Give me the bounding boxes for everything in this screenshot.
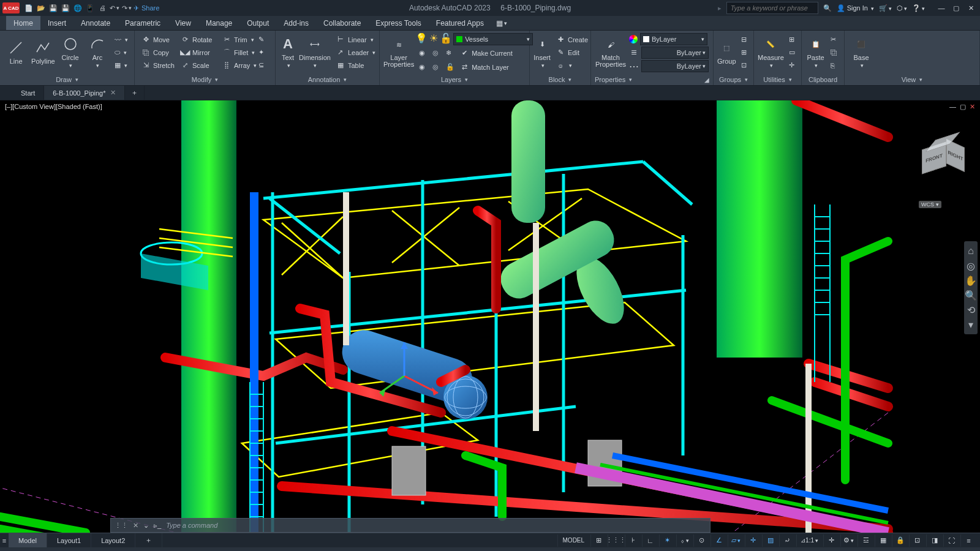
insert-button[interactable]: ⬇Insert▾ (533, 32, 551, 72)
trim-button[interactable]: ✂Trim▾ (219, 33, 256, 46)
close-icon[interactable]: ✕ (964, 2, 978, 14)
text-button[interactable]: AText▾ (279, 32, 296, 72)
infer-icon[interactable]: ⊦ (625, 534, 641, 547)
clean-screen-icon[interactable]: ⛶ (943, 534, 959, 547)
status-model[interactable]: MODEL (557, 534, 590, 547)
new-icon[interactable]: 📄 (23, 2, 34, 13)
make-current-button[interactable]: ✔Make Current (457, 47, 515, 59)
showmotion-icon[interactable]: ▾ (964, 317, 978, 332)
circle-button[interactable]: Circle▾ (58, 32, 83, 72)
anno-monitor-icon[interactable]: ⚙▾ (840, 534, 856, 547)
arc-button[interactable]: Arc▾ (85, 32, 110, 72)
select-icon[interactable]: ▭ (786, 46, 799, 59)
app-logo[interactable]: A CAD (2, 2, 20, 13)
polyline-button[interactable]: Polyline (31, 32, 55, 72)
transparency-icon[interactable]: ▨ (762, 534, 778, 547)
tab-collaborate[interactable]: Collaborate (316, 16, 368, 30)
new-layout-button[interactable]: ＋ (135, 533, 162, 547)
paste-button[interactable]: 📋Paste▾ (805, 32, 826, 72)
layout-tab-model[interactable]: Model (9, 533, 47, 547)
layer-off-icon[interactable]: ◉ (417, 47, 430, 59)
dimension-button[interactable]: ⟷Dimension▾ (299, 32, 331, 72)
layer-freeze-icon[interactable]: ☀ (429, 33, 439, 43)
fillet-button[interactable]: ⌒Fillet▾ (219, 46, 256, 59)
tab-express[interactable]: Express Tools (368, 16, 428, 30)
color-selector[interactable]: ByLayer▾ (640, 33, 707, 45)
redo-icon[interactable]: ↷▾ (121, 2, 132, 13)
vp-close-icon[interactable]: ✕ (970, 103, 975, 111)
view-cube[interactable]: FRONT RIGHT WCS ▾ (919, 137, 962, 180)
edit-block-button[interactable]: ✎Edit (553, 46, 590, 59)
lineweight-icon[interactable]: ≡ (629, 48, 639, 58)
panel-title-block[interactable]: Block▾ (533, 74, 587, 85)
anno-scale[interactable]: ⊿ 1:1 ▾ (796, 534, 822, 547)
otrack-icon[interactable]: ▱▾ (728, 534, 744, 547)
autodesk-icon[interactable]: ⬡▾ (897, 4, 907, 12)
layer-thaw-icon[interactable]: ◎ (430, 61, 443, 73)
isolate-icon[interactable]: ⊡ (909, 534, 925, 547)
panel-title-view[interactable]: View▾ (848, 74, 976, 85)
save-icon[interactable]: 💾 (48, 2, 59, 13)
close-tab-icon[interactable]: ✕ (110, 89, 116, 97)
layer-iso-icon[interactable]: ◎ (430, 47, 443, 59)
lock-ui-icon[interactable]: 🔒 (892, 534, 908, 547)
linetype-icon[interactable]: ⋯ (629, 61, 639, 71)
create-block-button[interactable]: ✚Create (553, 33, 590, 46)
pastespecial-icon[interactable]: ⎘ (828, 59, 840, 72)
lineweight-selector[interactable]: ByLayer▾ (641, 47, 709, 59)
lwt-icon[interactable]: ✛ (745, 534, 761, 547)
wcs-label[interactable]: WCS ▾ (919, 201, 941, 208)
snap-icon[interactable]: ⋮⋮⋮ (608, 534, 624, 547)
count-icon[interactable]: ⊞ (786, 33, 799, 46)
layer-unlock-icon[interactable]: 🔓 (443, 61, 457, 73)
cart-icon[interactable]: 🛒▾ (879, 4, 892, 12)
hatch-icon[interactable]: ▦ ▾ (112, 59, 130, 72)
vp-minimize-icon[interactable]: — (949, 103, 956, 111)
copy-button[interactable]: ⿻Copy (138, 46, 178, 59)
base-button[interactable]: ⬛Base▾ (848, 32, 874, 72)
workspace-icon[interactable]: ✛ (823, 534, 839, 547)
table-button[interactable]: ▦Table (333, 59, 378, 72)
vp-maximize-icon[interactable]: ▢ (960, 103, 966, 111)
panel-title-annotation[interactable]: Annotation▾ (279, 74, 375, 85)
help-icon[interactable]: ❔▾ (912, 4, 925, 12)
cmd-recent-icon[interactable]: ⌄ (143, 522, 149, 530)
tab-overflow-icon[interactable]: ▦▾ (491, 16, 512, 30)
layer-on-icon[interactable]: ◉ (417, 61, 430, 73)
group-button[interactable]: ⬚Group (717, 32, 736, 72)
tab-insert[interactable]: Insert (40, 16, 74, 30)
array-button[interactable]: ⣿Array▾ (219, 59, 256, 72)
copyclip-icon[interactable]: ⿻ (828, 46, 840, 59)
customize-icon[interactable]: ≡ (960, 534, 976, 547)
command-input[interactable]: Type a command (166, 522, 217, 529)
tab-parametric[interactable]: Parametric (118, 16, 168, 30)
file-tab-start[interactable]: Start (12, 86, 44, 100)
move-button[interactable]: ✥Move (138, 33, 178, 46)
ortho-icon[interactable]: ∟ (642, 534, 658, 547)
open-icon[interactable]: 📂 (36, 2, 47, 13)
osnap-icon[interactable]: ⊙ (693, 534, 709, 547)
cmd-toggle-icon[interactable]: ⋮⋮ (115, 522, 128, 530)
plot-icon[interactable]: 📱 (85, 2, 96, 13)
line-button[interactable]: Line (4, 32, 28, 72)
saveas-icon[interactable]: 💾 (60, 2, 71, 13)
layer-frz-icon[interactable]: ❄ (443, 47, 457, 59)
3dosnap-icon[interactable]: ∠ (710, 534, 726, 547)
mirror-button[interactable]: ◣◢Mirror (178, 46, 219, 59)
hw-accel-icon[interactable]: ◨ (926, 534, 942, 547)
share-icon[interactable]: ✈ Share (134, 2, 159, 13)
tab-view[interactable]: View (168, 16, 198, 30)
color-icon[interactable] (629, 35, 638, 43)
group-edit-icon[interactable]: ⊞ (739, 46, 751, 59)
layer-selector[interactable]: Vessels▾ (453, 33, 533, 45)
layer-properties-button[interactable]: ≋Layer Properties (383, 32, 414, 72)
linear-button[interactable]: ⊢Linear▾ (333, 33, 378, 46)
layout-tab-1[interactable]: Layout1 (47, 533, 91, 547)
tab-output[interactable]: Output (239, 16, 276, 30)
layer-state-icon[interactable]: 💡 (417, 33, 426, 43)
panel-title-groups[interactable]: Groups▾ (717, 74, 750, 85)
panel-title-modify[interactable]: Modify▾ (138, 74, 271, 85)
polar-icon[interactable]: ✶ (659, 534, 675, 547)
undo-icon[interactable]: ↶▾ (109, 2, 120, 13)
stretch-button[interactable]: ⇲Stretch (138, 59, 178, 72)
